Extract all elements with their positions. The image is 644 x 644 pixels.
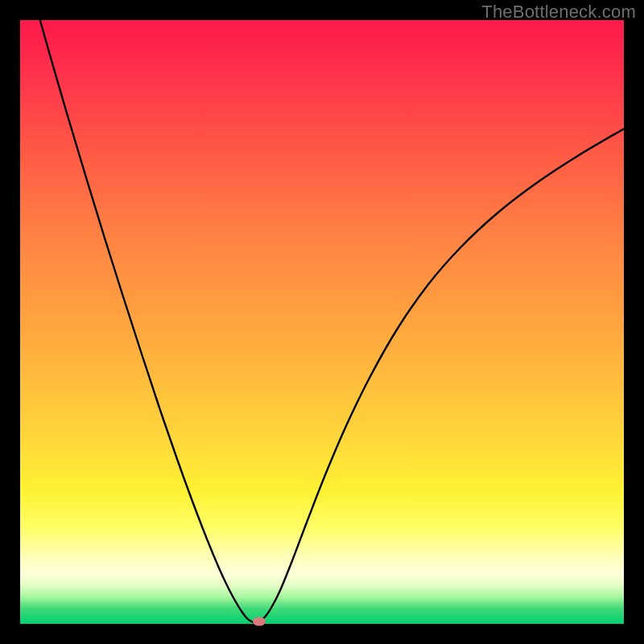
bottleneck-curve	[20, 20, 624, 624]
curve-path	[40, 20, 624, 623]
chart-plot-area	[20, 20, 624, 624]
optimum-marker	[253, 617, 266, 626]
